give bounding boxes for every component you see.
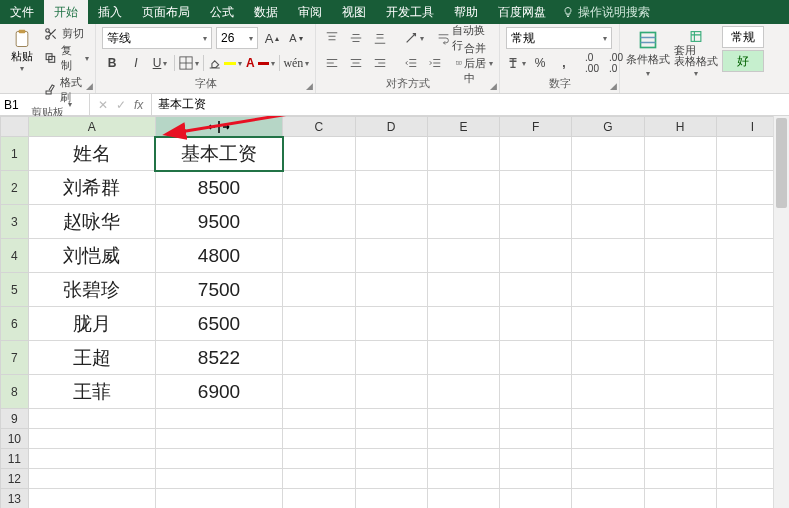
column-header-F[interactable]: F — [500, 117, 572, 137]
row-header[interactable]: 1 — [1, 137, 29, 171]
row-header[interactable]: 12 — [1, 469, 29, 489]
dialog-launcher-icon[interactable]: ◢ — [306, 81, 313, 91]
cell[interactable]: 4800 — [155, 239, 283, 273]
row-header[interactable]: 10 — [1, 429, 29, 449]
font-size-combo[interactable]: 26▾ — [216, 27, 258, 49]
row-header[interactable]: 4 — [1, 239, 29, 273]
align-right-icon — [373, 56, 387, 70]
align-left-button[interactable] — [322, 53, 342, 73]
percent-button[interactable]: % — [530, 53, 550, 73]
cell[interactable]: 刘希群 — [28, 171, 155, 205]
align-top-button[interactable] — [322, 28, 342, 48]
dialog-launcher-icon[interactable]: ◢ — [610, 81, 617, 91]
formula-input[interactable] — [152, 94, 789, 115]
align-right-button[interactable] — [370, 53, 390, 73]
tab-file[interactable]: 文件 — [0, 0, 44, 24]
align-middle-button[interactable] — [346, 28, 366, 48]
bold-button[interactable]: B — [102, 53, 122, 73]
column-header-B[interactable] — [155, 117, 283, 137]
copy-button[interactable]: 复制▾ — [44, 43, 89, 73]
cell[interactable]: 8522 — [155, 341, 283, 375]
align-bottom-button[interactable] — [370, 28, 390, 48]
conditional-formatting-button[interactable]: 条件格式 ▾ — [626, 26, 670, 78]
tab-page-layout[interactable]: 页面布局 — [132, 0, 200, 24]
cell[interactable]: 7500 — [155, 273, 283, 307]
bucket-icon — [208, 56, 221, 70]
dialog-launcher-icon[interactable]: ◢ — [86, 81, 93, 91]
scrollbar-thumb[interactable] — [776, 118, 787, 208]
vertical-scrollbar[interactable] — [773, 116, 789, 508]
select-all-corner[interactable] — [1, 117, 29, 137]
fill-color-button[interactable]: ▾ — [208, 53, 242, 73]
cancel-formula-icon[interactable]: ✕ — [98, 98, 108, 112]
cell[interactable]: 王菲 — [28, 375, 155, 409]
row-header[interactable]: 9 — [1, 409, 29, 429]
paste-button[interactable]: 粘贴 ▾ — [6, 26, 38, 74]
tab-home[interactable]: 开始 — [44, 0, 88, 24]
increase-decimal-button[interactable]: .0.00 — [582, 53, 602, 73]
style-normal[interactable]: 常规 — [722, 26, 764, 48]
column-header-H[interactable]: H — [644, 117, 716, 137]
align-middle-icon — [349, 31, 363, 45]
cell[interactable]: 9500 — [155, 205, 283, 239]
tab-view[interactable]: 视图 — [332, 0, 376, 24]
cell[interactable]: 刘恺威 — [28, 239, 155, 273]
row-header[interactable]: 6 — [1, 307, 29, 341]
row-header[interactable]: 13 — [1, 489, 29, 509]
column-header-G[interactable]: G — [572, 117, 644, 137]
tab-baidu[interactable]: 百度网盘 — [488, 0, 556, 24]
align-center-button[interactable] — [346, 53, 366, 73]
decrease-indent-button[interactable] — [401, 53, 421, 73]
increase-font-button[interactable]: A▴ — [262, 28, 282, 48]
worksheet-grid[interactable]: A C D E F G H I 1 姓名 基本工资 2刘希群8500 3赵咏华9… — [0, 116, 789, 508]
cell[interactable]: 赵咏华 — [28, 205, 155, 239]
font-color-button[interactable]: A▾ — [246, 53, 275, 73]
tab-insert[interactable]: 插入 — [88, 0, 132, 24]
cell[interactable]: 胧月 — [28, 307, 155, 341]
row-header[interactable]: 7 — [1, 341, 29, 375]
row-header[interactable]: 5 — [1, 273, 29, 307]
tell-me-search[interactable]: 操作说明搜索 — [562, 0, 650, 24]
format-painter-button[interactable]: 格式刷 — [44, 75, 89, 105]
tab-data[interactable]: 数据 — [244, 0, 288, 24]
ribbon-tabs: 文件 开始 插入 页面布局 公式 数据 审阅 视图 开发工具 帮助 百度网盘 操… — [0, 0, 789, 24]
fx-icon[interactable]: fx — [134, 98, 143, 112]
accounting-format-button[interactable]: ▾ — [506, 53, 526, 73]
accept-formula-icon[interactable]: ✓ — [116, 98, 126, 112]
cell[interactable]: 王超 — [28, 341, 155, 375]
merge-center-button[interactable]: 合并后居中▾ — [456, 53, 493, 73]
column-header-A[interactable]: A — [28, 117, 155, 137]
column-header-D[interactable]: D — [355, 117, 427, 137]
style-good[interactable]: 好 — [722, 50, 764, 72]
comma-button[interactable]: , — [554, 53, 574, 73]
column-header-C[interactable]: C — [283, 117, 355, 137]
row-header[interactable]: 2 — [1, 171, 29, 205]
format-as-table-button[interactable]: 套用 表格格式 ▾ — [674, 26, 718, 78]
cell[interactable]: 6500 — [155, 307, 283, 341]
cell[interactable]: 张碧珍 — [28, 273, 155, 307]
cell-B1[interactable]: 基本工资 — [155, 137, 283, 171]
tab-help[interactable]: 帮助 — [444, 0, 488, 24]
tab-developer[interactable]: 开发工具 — [376, 0, 444, 24]
cut-button[interactable]: 剪切 — [44, 26, 89, 41]
tab-formulas[interactable]: 公式 — [200, 0, 244, 24]
number-format-combo[interactable]: 常规▾ — [506, 27, 612, 49]
cell[interactable]: 8500 — [155, 171, 283, 205]
cell-A1[interactable]: 姓名 — [28, 137, 155, 171]
borders-button[interactable]: ▾ — [179, 53, 199, 73]
increase-indent-button[interactable] — [425, 53, 445, 73]
decrease-font-button[interactable]: A▾ — [286, 28, 306, 48]
underline-button[interactable]: U▾ — [150, 53, 170, 73]
row-header[interactable]: 8 — [1, 375, 29, 409]
orientation-button[interactable]: ▾ — [404, 28, 424, 48]
row-header[interactable]: 11 — [1, 449, 29, 469]
tab-review[interactable]: 审阅 — [288, 0, 332, 24]
phonetic-button[interactable]: wén▾ — [284, 53, 309, 73]
cell[interactable]: 6900 — [155, 375, 283, 409]
italic-button[interactable]: I — [126, 53, 146, 73]
decrease-decimal-button[interactable]: .00.0 — [606, 53, 626, 73]
dialog-launcher-icon[interactable]: ◢ — [490, 81, 497, 91]
column-header-E[interactable]: E — [427, 117, 499, 137]
font-name-combo[interactable]: 等线▾ — [102, 27, 212, 49]
row-header[interactable]: 3 — [1, 205, 29, 239]
